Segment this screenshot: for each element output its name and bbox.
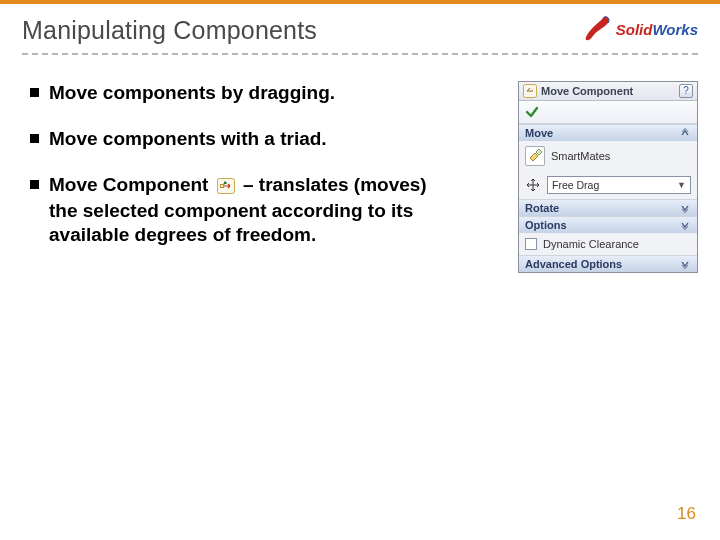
bullet-text: Move Component – translates (moves) the … — [49, 173, 460, 247]
section-header-rotate[interactable]: Rotate — [519, 200, 697, 216]
bullet-square-icon — [30, 88, 39, 97]
panel-titlebar: Move Component ? — [519, 82, 697, 101]
move-component-icon — [217, 176, 235, 200]
smartmates-button[interactable] — [525, 146, 545, 166]
bullet-item: Move components by dragging. — [30, 81, 460, 105]
panel-section-move: Move SmartMates — [519, 124, 697, 199]
section-label: Options — [525, 219, 567, 231]
section-header-options[interactable]: Options — [519, 217, 697, 233]
logo-text: SolidWorks — [616, 21, 698, 38]
panel-help-button[interactable]: ? — [679, 84, 693, 98]
collapse-icon — [679, 127, 691, 139]
panel-section-options: Options Dynamic Clearance — [519, 216, 697, 255]
panel-confirm-row — [519, 101, 697, 124]
bullet-square-icon — [30, 180, 39, 189]
panel-title: Move Component — [541, 85, 675, 97]
dynamic-clearance-label: Dynamic Clearance — [543, 238, 639, 250]
section-label: Move — [525, 127, 553, 139]
svg-rect-1 — [220, 184, 223, 187]
drag-mode-row: Free Drag ▼ — [525, 176, 691, 194]
solidworks-logo: SolidWorks — [584, 14, 698, 44]
bullet-item: Move components with a triad. — [30, 127, 460, 151]
panel-section-advanced: Advanced Options — [519, 255, 697, 272]
bullet-item: Move Component – translates (moves) the … — [30, 173, 460, 247]
bullet-list: Move components by dragging. Move compon… — [30, 81, 502, 273]
drag-mode-value: Free Drag — [552, 179, 599, 191]
bullet-text: Move components by dragging. — [49, 81, 460, 105]
page-title: Manipulating Components — [22, 16, 317, 45]
panel-section-rotate: Rotate — [519, 199, 697, 216]
drag-mode-select[interactable]: Free Drag ▼ — [547, 176, 691, 194]
move-component-icon — [523, 84, 537, 98]
section-label: Rotate — [525, 202, 559, 214]
expand-icon — [679, 258, 691, 270]
smartmates-row: SmartMates — [525, 146, 691, 166]
page-number: 16 — [677, 504, 696, 524]
slide: Manipulating Components SolidWorks Move … — [0, 0, 720, 540]
section-label: Advanced Options — [525, 258, 622, 270]
section-header-advanced[interactable]: Advanced Options — [519, 256, 697, 272]
section-header-move[interactable]: Move — [519, 125, 697, 141]
body: Move components by dragging. Move compon… — [0, 55, 720, 273]
smartmates-label: SmartMates — [551, 150, 610, 162]
free-drag-icon — [525, 177, 541, 193]
section-body-options: Dynamic Clearance — [519, 233, 697, 255]
logo-text-works: Works — [652, 21, 698, 38]
expand-icon — [679, 219, 691, 231]
bullet-text: Move components with a triad. — [49, 127, 460, 151]
ok-button[interactable] — [524, 104, 540, 120]
dropdown-caret-icon: ▼ — [677, 180, 686, 190]
section-body-move: SmartMates Free Drag ▼ — [519, 141, 697, 199]
logo-text-solid: Solid — [616, 21, 653, 38]
expand-icon — [679, 202, 691, 214]
header: Manipulating Components SolidWorks — [0, 4, 720, 53]
property-panel: Move Component ? Move — [518, 81, 698, 273]
bullet-lead: Move Component — [49, 174, 214, 195]
dynamic-clearance-checkbox[interactable] — [525, 238, 537, 250]
ds-logo-icon — [584, 14, 612, 44]
bullet-square-icon — [30, 134, 39, 143]
